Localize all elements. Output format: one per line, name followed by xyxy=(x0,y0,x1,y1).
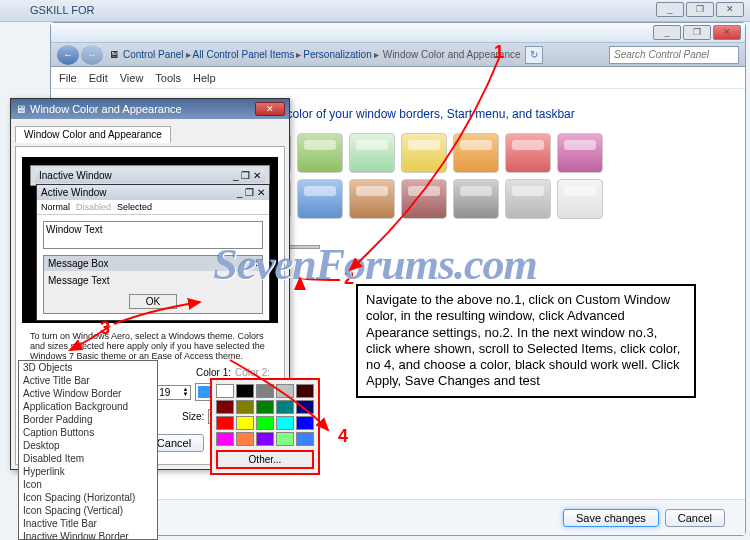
menu-view[interactable]: View xyxy=(120,72,144,84)
color-swatch[interactable] xyxy=(557,133,603,173)
refresh-icon[interactable]: ↻ xyxy=(525,46,543,64)
color-swatch[interactable] xyxy=(297,133,343,173)
color-swatch[interactable] xyxy=(453,179,499,219)
color-cell[interactable] xyxy=(276,384,294,398)
dd-item[interactable]: Desktop xyxy=(19,439,157,452)
size1-spinner[interactable]: 19▲▼ xyxy=(156,385,191,400)
dd-item[interactable]: Disabled Item xyxy=(19,452,157,465)
bg-min[interactable]: _ xyxy=(656,2,684,17)
main-max[interactable]: ❐ xyxy=(683,25,711,40)
color-cell[interactable] xyxy=(296,384,314,398)
color-cell[interactable] xyxy=(236,400,254,414)
menu-edit[interactable]: Edit xyxy=(89,72,108,84)
back-button[interactable]: ← xyxy=(57,45,79,65)
preview-ok: OK xyxy=(129,294,177,309)
instruction-box: Navigate to the above no.1, click on Cus… xyxy=(356,284,696,398)
bg-max[interactable]: ❐ xyxy=(686,2,714,17)
color-swatch[interactable] xyxy=(505,179,551,219)
cancel-button[interactable]: Cancel xyxy=(665,509,725,527)
color-cell[interactable] xyxy=(256,384,274,398)
dlg-tab[interactable]: Window Color and Appearance xyxy=(15,126,171,143)
color-swatch[interactable] xyxy=(453,133,499,173)
color-cell[interactable] xyxy=(256,432,274,446)
dd-item[interactable]: Icon Spacing (Horizontal) xyxy=(19,491,157,504)
menu-help[interactable]: Help xyxy=(193,72,216,84)
menu-tools[interactable]: Tools xyxy=(155,72,181,84)
crumb-3: Window Color and Appearance xyxy=(383,49,521,60)
menu-bar: File Edit View Tools Help xyxy=(51,67,745,89)
menu-file[interactable]: File xyxy=(59,72,77,84)
color-swatch[interactable] xyxy=(297,179,343,219)
dd-item[interactable]: Caption Buttons xyxy=(19,426,157,439)
dd-item[interactable]: Icon Spacing (Vertical) xyxy=(19,504,157,517)
color-cell[interactable] xyxy=(256,416,274,430)
crumb-0[interactable]: Control Panel xyxy=(123,49,184,60)
main-min[interactable]: _ xyxy=(653,25,681,40)
search-input[interactable] xyxy=(609,46,739,64)
dd-item[interactable]: Active Title Bar xyxy=(19,374,157,387)
crumb-1[interactable]: All Control Panel Items xyxy=(193,49,295,60)
color-cell[interactable] xyxy=(236,384,254,398)
forward-button[interactable]: → xyxy=(81,45,103,65)
main-close[interactable]: ✕ xyxy=(713,25,741,40)
color-cell[interactable] xyxy=(216,384,234,398)
bg-title: GSKILL FOR xyxy=(30,4,94,16)
bg-close[interactable]: ✕ xyxy=(716,2,744,17)
dd-item[interactable]: Border Padding xyxy=(19,413,157,426)
color-other-button[interactable]: Other... xyxy=(216,450,314,469)
dlg-close[interactable]: ✕ xyxy=(255,102,285,116)
dd-item[interactable]: Active Window Border xyxy=(19,387,157,400)
color-cell[interactable] xyxy=(236,416,254,430)
color-cell[interactable] xyxy=(276,432,294,446)
color-cell[interactable] xyxy=(296,416,314,430)
dd-item[interactable]: Icon xyxy=(19,478,157,491)
color-cell[interactable] xyxy=(236,432,254,446)
color-cell[interactable] xyxy=(256,400,274,414)
dd-item[interactable]: Inactive Window Border xyxy=(19,530,157,540)
color-swatch[interactable] xyxy=(401,179,447,219)
save-button[interactable]: Save changes xyxy=(563,509,659,527)
color-cell[interactable] xyxy=(216,416,234,430)
item-dropdown-list[interactable]: 3D ObjectsActive Title BarActive Window … xyxy=(18,360,158,540)
color-swatch[interactable] xyxy=(401,133,447,173)
dd-item[interactable]: Hyperlink xyxy=(19,465,157,478)
color-cell[interactable] xyxy=(296,400,314,414)
color-swatch[interactable] xyxy=(557,179,603,219)
dd-item[interactable]: 3D Objects xyxy=(19,361,157,374)
color-swatch[interactable] xyxy=(505,133,551,173)
color-cell[interactable] xyxy=(216,400,234,414)
dlg-title: 🖥Window Color and Appearance xyxy=(15,103,182,115)
color-cell[interactable] xyxy=(296,432,314,446)
dd-item[interactable]: Inactive Title Bar xyxy=(19,517,157,530)
dd-item[interactable]: Application Background xyxy=(19,400,157,413)
color-cell[interactable] xyxy=(276,416,294,430)
color-cell[interactable] xyxy=(276,400,294,414)
color-picker-popup: Other... xyxy=(210,378,320,475)
preview-area: Inactive Window_ ❐ ✕ Active Window_ ❐ ✕ … xyxy=(22,157,278,323)
color-cell[interactable] xyxy=(216,432,234,446)
color-swatch[interactable] xyxy=(349,179,395,219)
crumb-2[interactable]: Personalization xyxy=(303,49,371,60)
color-swatch[interactable] xyxy=(349,133,395,173)
